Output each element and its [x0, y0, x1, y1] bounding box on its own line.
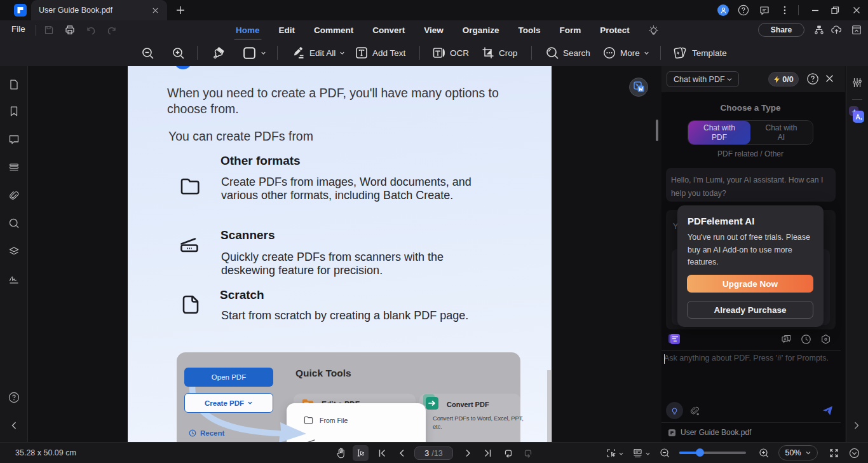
zoom-in-status-icon[interactable]: [759, 448, 770, 459]
bookmarks-icon[interactable]: [8, 106, 20, 117]
tab-tools[interactable]: Tools: [519, 25, 541, 35]
share-button[interactable]: Share: [758, 23, 804, 37]
print-icon[interactable]: [65, 25, 75, 35]
previous-view-icon[interactable]: [503, 448, 513, 459]
more-tool[interactable]: More: [602, 39, 649, 66]
chat-with-ai-option[interactable]: Chat withAI: [750, 121, 813, 144]
blank-page-icon: [180, 294, 201, 315]
sitemap-icon[interactable]: [814, 25, 824, 35]
next-page-icon[interactable]: [463, 448, 473, 459]
whats-new-bulb-icon[interactable]: [648, 25, 659, 36]
convert-to-word-float-button[interactable]: [629, 78, 648, 97]
file-menu[interactable]: File: [11, 24, 25, 34]
zoom-slider-thumb[interactable]: [696, 448, 704, 457]
save-icon[interactable]: [44, 25, 54, 35]
previous-page-icon[interactable]: [397, 448, 407, 459]
restore-button[interactable]: [829, 4, 841, 16]
first-page-icon[interactable]: [377, 448, 388, 459]
crop-tool[interactable]: Crop: [481, 39, 517, 66]
page-view-mode-icon[interactable]: [632, 448, 643, 459]
selection-mode-icon[interactable]: [606, 448, 616, 459]
close-window-button[interactable]: [851, 4, 862, 16]
document-tab[interactable]: User Guide Book.pdf: [31, 0, 167, 20]
user-avatar[interactable]: [717, 4, 729, 16]
comments-icon[interactable]: [8, 134, 20, 145]
page-dimensions: 35.28 x 50.09 cm: [15, 448, 76, 457]
shot-recent-label: Recent: [189, 429, 224, 437]
redo-icon[interactable]: [107, 25, 117, 35]
help-icon[interactable]: [738, 4, 749, 16]
zoom-level-dropdown[interactable]: 50%: [778, 445, 818, 460]
layers-icon[interactable]: [8, 245, 20, 257]
document-scrollbar[interactable]: [656, 120, 658, 141]
template-tool[interactable]: Template: [673, 39, 727, 66]
ai-settings-icon[interactable]: [820, 334, 831, 345]
pdfelement-logo-icon[interactable]: [14, 4, 27, 17]
tab-home[interactable]: Home: [236, 25, 260, 35]
history-icon[interactable]: [801, 334, 811, 345]
toolbar-separator: [277, 46, 278, 60]
window-menu-icon[interactable]: [779, 4, 790, 16]
shot-convert-title: Convert PDF: [447, 401, 489, 408]
ocr-tool[interactable]: OCR: [432, 39, 469, 66]
tab-convert[interactable]: Convert: [372, 25, 405, 35]
prompt-ideas-button[interactable]: [666, 402, 683, 419]
tab-edit[interactable]: Edit: [279, 25, 295, 35]
ai-help-icon[interactable]: [806, 73, 819, 85]
zoom-out-tool[interactable]: [141, 39, 154, 66]
ai-mode-dropdown[interactable]: Chat with PDF: [667, 71, 739, 87]
tab-view[interactable]: View: [424, 25, 444, 35]
cloud-upload-icon[interactable]: [831, 24, 842, 35]
last-page-icon[interactable]: [482, 448, 493, 459]
ai-translate-icon[interactable]: [848, 106, 865, 123]
feedback-icon[interactable]: [759, 4, 770, 16]
properties-sliders-icon[interactable]: [851, 77, 863, 88]
attachments-icon[interactable]: [8, 190, 20, 201]
greeting-line2-label: help you today?: [671, 189, 726, 198]
expand-panel-icon[interactable]: [851, 420, 862, 431]
page-paragraph: When you need to create a PDF, you'll ha…: [167, 85, 523, 117]
collapse-toolbar-icon[interactable]: [851, 25, 862, 35]
next-view-icon[interactable]: [523, 448, 534, 459]
highlight-tool[interactable]: [212, 39, 226, 66]
lumi-ai-icon[interactable]: [668, 333, 680, 345]
help-circle-icon[interactable]: [8, 392, 20, 403]
search-sidebar-icon[interactable]: [8, 218, 20, 229]
attach-file-icon[interactable]: [689, 405, 700, 416]
summary-icon[interactable]: [8, 162, 20, 173]
page-number-field[interactable]: 3/13: [414, 446, 453, 460]
fullscreen-icon[interactable]: [829, 448, 839, 459]
collapse-statusbar-icon[interactable]: [849, 448, 860, 459]
chat-with-pdf-option[interactable]: Chat withPDF: [688, 121, 750, 144]
collapse-sidebar-icon[interactable]: [8, 420, 20, 431]
new-tab-button[interactable]: [175, 5, 186, 15]
upgrade-now-button[interactable]: Upgrade Now: [687, 275, 813, 293]
tab-comment[interactable]: Comment: [314, 25, 353, 35]
new-chat-icon[interactable]: [781, 334, 792, 345]
document-viewport[interactable]: When you need to create a PDF, you'll ha…: [29, 66, 661, 442]
undo-icon[interactable]: [86, 25, 96, 35]
hand-tool-icon[interactable]: [336, 448, 346, 459]
convert-desc1-label: Convert PDFs to Word, Excel, PPT,: [433, 415, 524, 422]
zoom-out-status-icon[interactable]: [660, 448, 670, 459]
search-tool[interactable]: Search: [545, 39, 590, 66]
ai-context-file-row[interactable]: User Guide Book.pdf: [661, 422, 841, 442]
text-caret: [664, 354, 665, 364]
edit-all-tool[interactable]: Edit All: [292, 39, 345, 66]
select-tool-button[interactable]: [353, 445, 369, 461]
tab-organize[interactable]: Organize: [463, 25, 499, 35]
minimize-button[interactable]: [810, 4, 821, 16]
zoom-in-tool[interactable]: [172, 39, 185, 66]
page-paragraph: You can create PDFs from: [168, 129, 313, 144]
ai-credits-badge[interactable]: 0/0: [768, 72, 799, 86]
tab-close-icon[interactable]: [149, 4, 161, 16]
page-thumbnails-icon[interactable]: [8, 79, 20, 90]
signature-icon[interactable]: [8, 273, 20, 285]
tab-protect[interactable]: Protect: [600, 25, 630, 35]
already-purchase-button[interactable]: Already Purchase: [687, 301, 813, 319]
ai-close-icon[interactable]: [824, 73, 835, 84]
shape-tool[interactable]: [242, 39, 266, 66]
add-text-tool[interactable]: Add Text: [355, 39, 405, 66]
send-message-icon[interactable]: [822, 404, 834, 417]
tab-form[interactable]: Form: [560, 25, 581, 35]
